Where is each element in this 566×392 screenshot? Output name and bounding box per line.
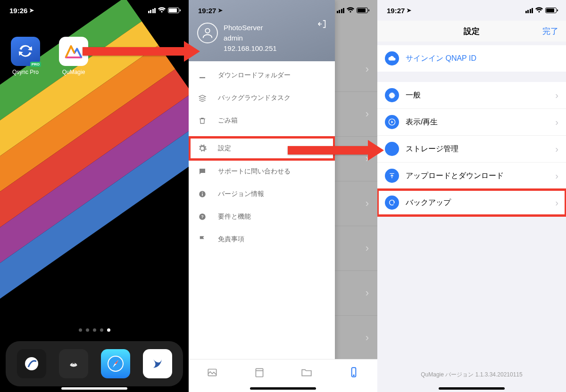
row-general[interactable]: 一般 › [377,82,566,109]
row-label: バックアップ [406,198,451,208]
home-indicator[interactable] [250,387,316,390]
battery-icon [168,8,179,13]
menu-label: 免責事項 [218,235,244,244]
help-icon: ? [197,212,208,221]
pro-badge: PRO [30,62,41,67]
menu-download-folder[interactable]: ダウンロードフォルダー [189,64,335,87]
home-indicator[interactable] [439,387,505,390]
server-name: PhotoServer [224,23,277,33]
chevron-right-icon: › [555,117,558,128]
gear-icon [197,144,208,153]
menu-settings[interactable]: 設定 [189,137,335,160]
row-label: 一般 [406,90,421,100]
row-label: ストレージ管理 [406,144,458,154]
app-qsync-pro[interactable]: PRO Qsync Pro [8,37,42,75]
svg-rect-5 [202,194,203,196]
home-indicator[interactable] [61,387,127,390]
status-time: 19:27 [198,7,216,15]
server-user: admin [224,33,277,43]
status-time: 19:26 [9,7,27,15]
cellular-icon [525,8,533,13]
drawer-menu: ダウンロードフォルダー バックグラウンドタスク ごみ箱 設定 サポートに問い合わ… [189,61,335,392]
app-qumagie[interactable]: QuMagie [57,37,91,75]
status-time: 19:27 [387,7,405,15]
wifi-icon [158,7,166,15]
dock-app-1[interactable] [17,349,46,378]
menu-trash[interactable]: ごみ箱 [189,109,335,132]
settings-title: 設定 [464,26,480,37]
svg-point-12 [353,375,354,376]
svg-point-0 [25,357,38,370]
menu-background-task[interactable]: バックグラウンドタスク [189,87,335,109]
menu-label: ごみ箱 [218,116,238,125]
svg-rect-6 [202,192,203,193]
row-sign-in-qnap[interactable]: サインイン QNAP ID [377,45,566,72]
wifi-icon [535,7,543,15]
menu-label: バックグラウンドタスク [218,94,291,102]
status-bar: 19:27 ➤ [189,0,377,21]
trash-icon [197,116,208,125]
chevron-right-icon: › [555,90,558,101]
flag-icon [197,235,208,244]
chevron-right-icon: › [555,144,558,155]
chat-icon [197,167,208,176]
svg-rect-10 [256,368,263,376]
battery-icon [357,8,368,13]
battery-icon [545,8,557,13]
row-label: アップロードとダウンロード [406,171,504,181]
row-backup[interactable]: バックアップ › [377,189,566,216]
menu-version[interactable]: バージョン情報 [189,183,335,205]
status-bar: 19:26 ➤ [0,0,189,21]
cellular-icon [148,8,156,13]
dock-app-2[interactable] [59,349,88,378]
dock [6,341,183,386]
menu-requirements[interactable]: ? 要件と機能 [189,205,335,228]
download-circle-icon [385,142,399,156]
app-label: QuMagie [57,69,91,75]
page-indicator[interactable] [0,328,189,332]
drawer-backdrop[interactable]: ››››››› [335,0,377,392]
done-button[interactable]: 完了 [542,26,558,37]
menu-disclaimer[interactable]: 免責事項 [189,228,335,251]
menu-label: 設定 [218,144,231,153]
dock-app-4[interactable] [143,349,172,378]
menu-support[interactable]: サポートに問い合わせる [189,160,335,183]
row-storage[interactable]: ストレージ管理 › [377,136,566,163]
settings-navbar: 設定 完了 [377,21,566,41]
menu-label: サポートに問い合わせる [218,167,291,176]
version-text: QuMagie バージョン 1.1.3.34.20210115 [377,371,566,379]
location-icon: ➤ [407,7,411,14]
qumagie-icon [59,37,88,66]
app-label: Qsync Pro [8,69,42,75]
screen-drawer: ››››››› PhotoServer admin 192.168.100.25… [189,0,377,392]
chevron-right-icon: › [555,197,558,208]
svg-text:?: ? [201,214,204,219]
screen-settings: 19:27 ➤ 設定 完了 サインイン QNAP ID 一般 › [377,0,566,392]
row-label: サインイン QNAP ID [406,54,476,64]
tab-photos[interactable] [206,366,218,380]
server-ip: 192.168.100.251 [224,43,277,54]
tab-albums[interactable] [253,366,266,380]
menu-label: 要件と機能 [218,212,251,221]
gear-icon [385,88,399,102]
location-icon: ➤ [218,7,223,14]
location-icon: ➤ [29,7,34,14]
play-icon [385,115,399,129]
upload-icon [385,169,399,183]
avatar-icon[interactable] [197,23,218,43]
row-label: 表示/再生 [406,117,438,127]
tab-device[interactable] [348,366,360,380]
cellular-icon [337,8,345,13]
layers-icon [197,94,208,102]
backup-icon [385,196,399,210]
status-bar: 19:27 ➤ [377,0,566,21]
cloud-icon [385,51,399,65]
tab-folders[interactable] [300,366,313,380]
download-icon [197,71,208,80]
screen-home: 19:26 ➤ PRO Qsync Pro QuMagie [0,0,189,392]
row-upload-download[interactable]: アップロードとダウンロード › [377,163,566,189]
qsync-pro-icon: PRO [11,37,40,66]
row-display-playback[interactable]: 表示/再生 › [377,109,566,136]
dock-app-safari[interactable] [101,349,130,378]
chevron-right-icon: › [555,171,558,181]
